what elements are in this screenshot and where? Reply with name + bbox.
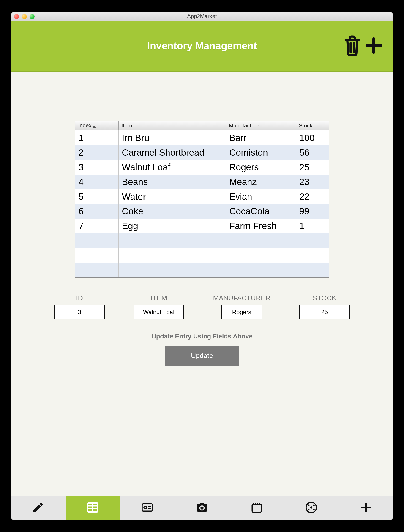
table-cell	[75, 233, 119, 248]
item-field[interactable]	[134, 305, 184, 319]
svg-rect-5	[252, 505, 261, 512]
svg-point-3	[144, 506, 147, 509]
table-row[interactable]: 3Walnut LoafRogers25	[75, 160, 329, 175]
table-cell: Beans	[119, 175, 226, 189]
column-header-item[interactable]: Item	[119, 121, 226, 130]
trash-icon	[342, 54, 362, 58]
page-header: Inventory Management	[11, 21, 393, 72]
table-cell: Irn Bru	[119, 130, 226, 145]
table-row[interactable]	[75, 248, 329, 263]
manufacturer-field[interactable]	[221, 305, 262, 319]
table-cell: 23	[296, 175, 329, 189]
svg-marker-0	[93, 125, 96, 128]
sort-asc-icon	[93, 123, 96, 129]
table-cell	[75, 248, 119, 263]
table-row[interactable]: 5WaterEvian22	[75, 189, 329, 204]
table-cell: 4	[75, 175, 119, 189]
add-button[interactable]	[363, 34, 384, 58]
bottom-tab-bar	[11, 496, 393, 520]
media-icon	[305, 501, 317, 515]
table-cell: 22	[296, 189, 329, 204]
tab-calendar[interactable]	[229, 496, 284, 520]
table-cell: Meanz	[226, 175, 296, 189]
update-button[interactable]: Update	[165, 346, 239, 366]
tab-media[interactable]	[284, 496, 339, 520]
window-title: App2Market	[11, 13, 393, 19]
tab-inventory[interactable]	[65, 496, 120, 520]
table-cell	[226, 248, 296, 263]
update-hint: Update Entry Using Fields Above	[25, 333, 379, 340]
table-cell: Coke	[119, 204, 226, 219]
table-cell	[296, 248, 329, 263]
table-cell	[119, 263, 226, 277]
svg-point-10	[308, 509, 309, 510]
table-cell	[226, 233, 296, 248]
delete-button[interactable]	[342, 34, 362, 58]
svg-point-7	[310, 506, 312, 509]
tab-add[interactable]	[339, 496, 393, 520]
table-row[interactable]: 1Irn BruBarr100	[75, 130, 329, 145]
stock-field[interactable]	[299, 305, 350, 319]
window-controls	[14, 14, 35, 19]
edit-form: ID ITEM MANUFACTURER STOCK	[54, 294, 350, 319]
table-cell: Farm Fresh	[226, 219, 296, 233]
table-cell: 99	[296, 204, 329, 219]
table-cell: 3	[75, 160, 119, 175]
table-cell: 5	[75, 189, 119, 204]
svg-point-9	[313, 505, 315, 506]
app-window: App2Market Inventory Management	[11, 12, 393, 520]
table-cell: Egg	[119, 219, 226, 233]
camera-icon	[196, 501, 208, 515]
table-cell: 25	[296, 160, 329, 175]
table-cell: CocaCola	[226, 204, 296, 219]
table-cell: Evian	[226, 189, 296, 204]
table-cell	[226, 263, 296, 277]
table-cell: 1	[75, 130, 119, 145]
table-cell: 56	[296, 145, 329, 160]
column-header-index[interactable]: Index	[75, 121, 119, 130]
titlebar: App2Market	[11, 12, 393, 21]
calendar-icon	[251, 501, 263, 515]
table-cell: 1	[296, 219, 329, 233]
inventory-icon	[86, 501, 99, 515]
table-cell	[75, 263, 119, 277]
table-cell: Caramel Shortbread	[119, 145, 226, 160]
profile-icon	[141, 501, 153, 515]
table-cell	[296, 233, 329, 248]
tab-edit[interactable]	[11, 496, 65, 520]
table-cell: 7	[75, 219, 119, 233]
table-cell: Barr	[226, 130, 296, 145]
svg-point-4	[200, 506, 204, 510]
edit-icon	[32, 501, 44, 515]
table-row[interactable]: 6CokeCocaCola99	[75, 204, 329, 219]
table-cell: 100	[296, 130, 329, 145]
table-row[interactable]	[75, 263, 329, 277]
table-cell	[119, 248, 226, 263]
table-cell	[119, 233, 226, 248]
table-cell: Walnut Loaf	[119, 160, 226, 175]
table-row[interactable]: 2Caramel ShortbreadComiston56	[75, 145, 329, 160]
table-row[interactable]: 7EggFarm Fresh1	[75, 219, 329, 233]
add-icon	[360, 501, 372, 515]
zoom-window-button[interactable]	[30, 14, 35, 19]
table-cell: 2	[75, 145, 119, 160]
column-header-stock[interactable]: Stock	[296, 121, 329, 130]
inventory-table[interactable]: IndexItemManufacturerStock 1Irn BruBarr1…	[75, 121, 329, 278]
id-field[interactable]	[54, 305, 105, 319]
table-cell: Comiston	[226, 145, 296, 160]
stock-label: STOCK	[313, 294, 336, 302]
close-window-button[interactable]	[14, 14, 19, 19]
svg-point-8	[308, 505, 309, 506]
column-header-manufacturer[interactable]: Manufacturer	[226, 121, 296, 130]
table-cell	[296, 263, 329, 277]
content-area: IndexItemManufacturerStock 1Irn BruBarr1…	[11, 72, 393, 366]
table-cell: Water	[119, 189, 226, 204]
svg-point-11	[313, 509, 315, 510]
table-row[interactable]: 4BeansMeanz23	[75, 175, 329, 189]
manufacturer-label: MANUFACTURER	[213, 294, 270, 302]
tab-camera[interactable]	[175, 496, 229, 520]
tab-profile[interactable]	[120, 496, 175, 520]
minimize-window-button[interactable]	[22, 14, 27, 19]
table-cell: Rogers	[226, 160, 296, 175]
table-row[interactable]	[75, 233, 329, 248]
